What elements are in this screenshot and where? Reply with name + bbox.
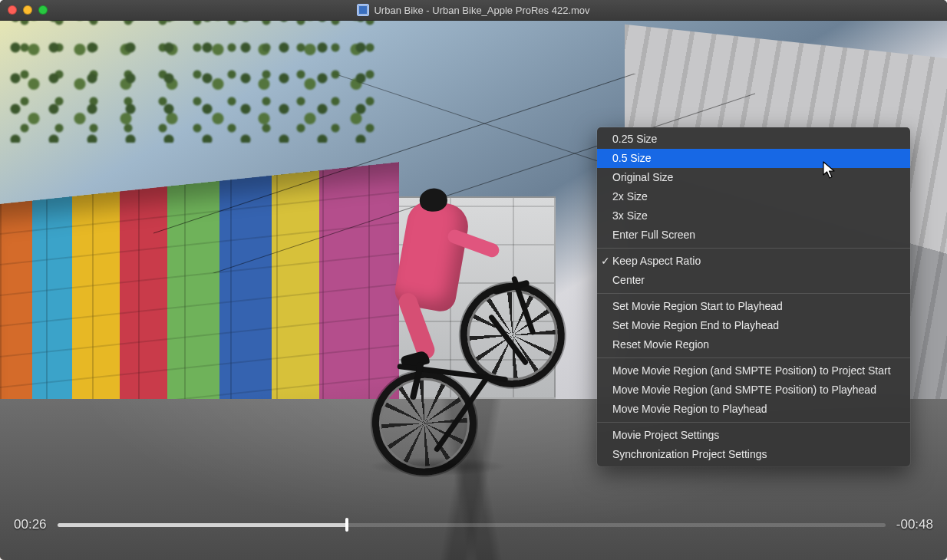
timeline: 00:26 -00:48: [14, 512, 933, 537]
menu-item[interactable]: Center: [597, 271, 910, 290]
menu-item[interactable]: 0.5 Size: [597, 149, 910, 168]
menu-item-label: Enter Full Screen: [612, 229, 695, 242]
window-close-button[interactable]: [8, 5, 17, 15]
menu-item-label: Set Movie Region End to Playhead: [612, 319, 779, 332]
traffic-lights: [0, 5, 48, 15]
menu-item-label: 2x Size: [612, 190, 648, 203]
menu-item[interactable]: Movie Project Settings: [597, 426, 910, 445]
playhead[interactable]: [345, 518, 348, 532]
menu-item[interactable]: 2x Size: [597, 187, 910, 206]
menu-item[interactable]: ✓Keep Aspect Ratio: [597, 252, 910, 271]
window-zoom-button[interactable]: [38, 5, 48, 15]
checkmark-icon: ✓: [600, 255, 611, 268]
menu-item-label: Center: [612, 274, 645, 287]
menu-separator: [597, 248, 910, 249]
menu-item-label: Move Movie Region (and SMPTE Position) t…: [612, 384, 876, 397]
video-scene: [0, 20, 391, 143]
menu-item[interactable]: Set Movie Region End to Playhead: [597, 316, 910, 335]
menu-item-label: 0.25 Size: [612, 133, 657, 146]
menu-item-label: 3x Size: [612, 209, 648, 222]
menu-item[interactable]: 3x Size: [597, 206, 910, 226]
video-window: Urban Bike - Urban Bike_Apple ProRes 422…: [0, 0, 947, 560]
scrubber-progress: [58, 523, 348, 527]
elapsed-time: 00:26: [14, 517, 47, 532]
titlebar: Urban Bike - Urban Bike_Apple ProRes 422…: [0, 0, 947, 21]
menu-item[interactable]: Enter Full Screen: [597, 226, 910, 245]
menu-item[interactable]: 0.25 Size: [597, 130, 910, 149]
window-title: Urban Bike - Urban Bike_Apple ProRes 422…: [374, 5, 589, 16]
window-minimize-button[interactable]: [23, 5, 32, 15]
menu-item-label: 0.5 Size: [612, 152, 652, 165]
menu-item-label: Move Movie Region to Playhead: [612, 403, 767, 416]
video-scene: [343, 188, 563, 442]
menu-item-label: Move Movie Region (and SMPTE Position) t…: [612, 364, 891, 377]
context-menu[interactable]: 0.25 Size0.5 SizeOriginal Size2x Size3x …: [597, 127, 910, 466]
menu-item[interactable]: Reset Movie Region: [597, 335, 910, 354]
menu-separator: [597, 293, 910, 294]
menu-item-label: Keep Aspect Ratio: [612, 255, 701, 268]
menu-item[interactable]: Set Movie Region Start to Playhead: [597, 297, 910, 316]
menu-item[interactable]: Original Size: [597, 168, 910, 187]
menu-item[interactable]: Synchronization Project Settings: [597, 445, 910, 464]
menu-separator: [597, 422, 910, 423]
menu-item-label: Set Movie Region Start to Playhead: [612, 300, 783, 313]
menu-item[interactable]: Move Movie Region to Playhead: [597, 400, 910, 419]
menu-separator: [597, 357, 910, 358]
menu-item-label: Reset Movie Region: [612, 338, 709, 351]
menu-item-label: Movie Project Settings: [612, 429, 719, 442]
menu-item[interactable]: Move Movie Region (and SMPTE Position) t…: [597, 380, 910, 400]
document-icon: [357, 4, 369, 16]
scrubber-track[interactable]: [58, 518, 886, 532]
menu-item-label: Original Size: [612, 171, 673, 184]
remaining-time: -00:48: [896, 517, 933, 532]
menu-item[interactable]: Move Movie Region (and SMPTE Position) t…: [597, 361, 910, 380]
menu-item-label: Synchronization Project Settings: [612, 448, 767, 461]
video-scene: [368, 457, 506, 476]
